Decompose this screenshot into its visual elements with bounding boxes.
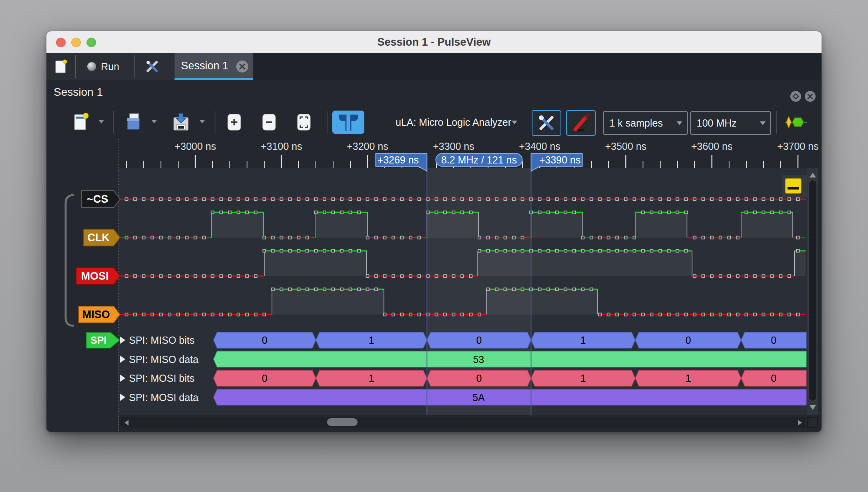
sample-count-select[interactable]: 1 k samples [603, 111, 688, 135]
scroll-right-arrow-icon[interactable] [798, 420, 802, 425]
device-select[interactable]: uLA: Micro Logic Analyzer [390, 111, 522, 133]
cursor-left-label: +3269 ns [378, 154, 419, 165]
horizontal-scrollbar[interactable] [121, 417, 805, 428]
decoder-bit-value: 1 [581, 335, 586, 346]
zoom-fit-icon [296, 113, 311, 132]
tab-session-1[interactable]: Session 1 [175, 53, 253, 80]
decoder-data-segment[interactable] [213, 389, 806, 405]
show-cursors-toggle[interactable] [332, 111, 364, 134]
decoder-bit-value: 1 [369, 335, 374, 346]
trigger-marker[interactable] [785, 178, 801, 194]
channels-button[interactable] [566, 110, 596, 136]
decoder-bit-value: 0 [476, 335, 482, 346]
scroll-left-arrow-icon[interactable] [125, 420, 129, 425]
titlebar: Session 1 - PulseView [46, 31, 822, 53]
ruler-label: +3300 ns [433, 141, 474, 152]
session-header-title: Session 1 [54, 86, 103, 99]
ruler-label: +3600 ns [691, 141, 733, 152]
tab-label: Session 1 [181, 53, 229, 79]
signal-tag-label: MOSI [81, 270, 108, 282]
window-title: Session 1 - PulseView [46, 31, 822, 53]
zoom-out-icon [261, 113, 277, 132]
toolbar-separator [776, 111, 777, 133]
horizontal-scroll-thumb[interactable] [327, 418, 358, 426]
save-icon [171, 112, 191, 133]
open-folder-icon [125, 112, 143, 133]
session-toolbar: uLA: Micro Logic Analyzer 1 k samples [46, 106, 822, 138]
decoder-bit-value: 0 [476, 373, 482, 384]
ruler-label: +3200 ns [347, 141, 388, 152]
ruler-label: +3700 ns [777, 141, 819, 152]
toolbar-separator [134, 55, 135, 78]
zoom-in-icon [227, 113, 242, 132]
ruler-label: +3100 ns [261, 141, 302, 152]
scrollbar-corner [808, 417, 818, 427]
decoder-row-label: SPI: MOSI data [129, 392, 199, 403]
zoom-in-button[interactable] [227, 113, 242, 133]
label-column-divider [118, 415, 119, 431]
close-session-button[interactable] [805, 91, 816, 102]
run-icon [87, 62, 96, 71]
close-icon [805, 91, 816, 102]
decoder-data-value: 5A [472, 392, 485, 403]
vertical-scrollbar[interactable] [807, 168, 818, 415]
channel-group-bracket[interactable] [66, 195, 74, 326]
decoder-bit-value: 0 [685, 335, 691, 346]
zoom-out-button[interactable] [261, 113, 277, 133]
trace-view[interactable]: +3000 ns+3100 ns+3200 ns+3300 ns+3400 ns… [46, 138, 822, 415]
signal-tag-label: CLK [87, 232, 110, 244]
open-file-button[interactable] [125, 112, 143, 134]
new-file-icon [72, 112, 90, 133]
sample-count-dropdown-arrow [677, 121, 682, 125]
cursor-range-label: 8.2 MHz / 121 ns [441, 154, 517, 165]
decoder-data-value: 53 [473, 354, 484, 365]
trigger-low-icon [788, 187, 799, 190]
cursors-icon [336, 113, 361, 131]
ruler-label: +3500 ns [605, 141, 647, 152]
decoder-row-label: SPI: MISO data [129, 354, 199, 365]
decoder-tag-label: SPI [90, 335, 106, 346]
decoder-bit-value: 1 [581, 373, 586, 384]
open-dropdown-arrow[interactable] [151, 120, 157, 123]
tools-icon [144, 58, 160, 75]
device-dropdown-arrow [512, 121, 517, 124]
trigger-icon[interactable] [785, 114, 807, 132]
decoder-data-segment[interactable] [213, 351, 806, 367]
decoder-bit-value: 0 [262, 373, 267, 384]
signal-tag-label: ~CS [87, 193, 108, 205]
detach-session-button[interactable] [790, 91, 801, 102]
sample-rate-select[interactable]: 100 MHz [690, 111, 771, 135]
toolbar-separator [113, 111, 114, 133]
main-toolbar: Run Session 1 [46, 53, 822, 80]
decoder-bit-value: 1 [685, 373, 691, 384]
toolbar-separator [215, 111, 215, 133]
decoder-bit-value: 0 [771, 373, 777, 384]
decoder-bit-value: 0 [771, 335, 777, 346]
zoom-fit-button[interactable] [296, 113, 311, 133]
run-label: Run [101, 61, 119, 73]
vertical-scroll-thumb[interactable] [809, 180, 817, 401]
decoder-bit-value: 0 [262, 335, 267, 346]
tab-active-indicator [175, 78, 253, 80]
settings-button[interactable] [144, 53, 160, 80]
device-config-button[interactable] [532, 110, 561, 136]
wrench-screwdriver-icon [536, 113, 557, 133]
new-session-button[interactable] [53, 53, 69, 80]
decoder-row-label: SPI: MISO bits [129, 335, 195, 346]
run-button[interactable]: Run [87, 53, 119, 80]
tabbar-empty-area [253, 53, 822, 80]
new-file-dropdown-arrow[interactable] [98, 120, 104, 123]
pulseview-window: Session 1 - PulseView Run Session 1 [46, 31, 822, 432]
detach-icon [790, 91, 801, 102]
save-dropdown-arrow[interactable] [199, 120, 205, 123]
save-file-button[interactable] [171, 112, 191, 134]
toolbar-separator [75, 55, 76, 78]
sample-count-value: 1 k samples [604, 117, 663, 129]
cursor-right-label: +3390 ns [539, 154, 581, 165]
tab-close-icon[interactable] [236, 60, 248, 73]
signal-tag-label: MISO [82, 309, 110, 321]
new-file-button[interactable] [72, 112, 90, 134]
toolbar-separator [327, 111, 328, 133]
probe-icon [571, 113, 591, 133]
ruler-label: +3000 ns [175, 141, 216, 152]
